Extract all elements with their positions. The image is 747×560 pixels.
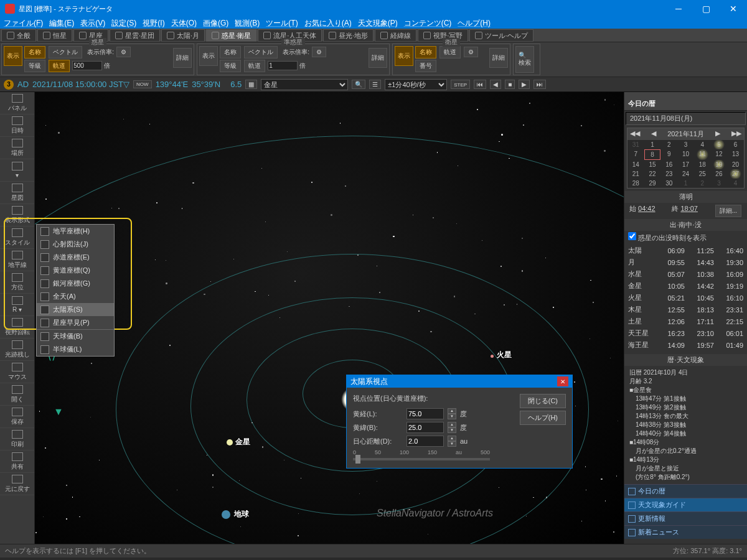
calendar-day[interactable]: 15: [644, 160, 661, 169]
object-select[interactable]: 金星: [261, 79, 348, 90]
menu-item[interactable]: 銀河座標(G): [37, 277, 114, 290]
dist-spinner[interactable]: ▲▼: [448, 436, 456, 447]
category-tab[interactable]: 恒星: [37, 29, 72, 42]
name-button[interactable]: 名称: [24, 46, 45, 58]
latitude[interactable]: 35°39'N: [192, 80, 220, 89]
left-tool[interactable]: 元に戻す: [0, 473, 34, 495]
lat-spinner[interactable]: ▲▼: [448, 422, 456, 433]
display-button[interactable]: 表示: [199, 46, 218, 66]
stop-button[interactable]: ■: [505, 80, 515, 89]
calendar-day[interactable]: 25: [694, 169, 711, 179]
rewind-button[interactable]: ◀: [490, 80, 501, 89]
vector-button[interactable]: ベクトル: [49, 46, 82, 58]
calendar-day[interactable]: 1: [677, 179, 694, 188]
menu-item[interactable]: ツール(T): [266, 18, 298, 29]
left-tool[interactable]: 光跡残し: [0, 338, 34, 361]
lat-input[interactable]: [406, 422, 444, 433]
cal-prev-year[interactable]: ◀◀: [630, 129, 640, 139]
category-tab[interactable]: 星雲·星団: [110, 29, 160, 42]
pan-marker[interactable]: ▼: [54, 406, 63, 418]
datetime[interactable]: 2021/11/08 15:00:00 JST▽: [32, 80, 129, 89]
search-button[interactable]: 🔍検索: [515, 46, 534, 73]
menu-item[interactable]: 赤道座標(E): [37, 251, 114, 264]
calendar-day[interactable]: 29: [644, 179, 661, 188]
calendar-day[interactable]: 4: [727, 179, 744, 188]
orbit-button[interactable]: 軌道: [439, 46, 461, 58]
left-tool[interactable]: スタイル: [0, 226, 34, 249]
menu-item[interactable]: ヘルプ(H): [458, 18, 491, 29]
now-button[interactable]: NOW: [133, 80, 152, 88]
sky-view[interactable]: 視野90.0 火星 水星 金星 地球 StellaNavigator / Ast…: [35, 92, 624, 544]
menu-item[interactable]: 半球儀(L): [37, 343, 114, 356]
lon-input[interactable]: [406, 408, 444, 419]
menu-item[interactable]: 地平座標(H): [37, 225, 114, 238]
mag-button[interactable]: 等級: [24, 60, 45, 72]
left-tool[interactable]: 視野回転: [0, 316, 34, 338]
left-tool[interactable]: 共有: [0, 450, 34, 473]
category-tab[interactable]: 昼光·地形: [323, 29, 374, 42]
dialog-close-action[interactable]: 閉じる(C): [520, 394, 566, 408]
calendar-day[interactable]: 17: [677, 160, 694, 169]
panel-link[interactable]: 天文現象ガイド: [624, 498, 747, 511]
menu-item[interactable]: 心射図法(J): [37, 238, 114, 251]
calendar-day[interactable]: 12: [711, 149, 728, 160]
calendar-day[interactable]: 23: [660, 169, 677, 179]
menu-item[interactable]: 天文現象(P): [358, 18, 398, 29]
fov-icon[interactable]: ▦: [245, 80, 257, 89]
num-button[interactable]: 番号: [415, 60, 436, 72]
panel-link[interactable]: 今日の暦: [624, 484, 747, 498]
left-tool[interactable]: 開く: [0, 383, 34, 406]
left-tool[interactable]: 地平線: [0, 249, 34, 271]
menu-item[interactable]: 太陽系(S): [37, 303, 114, 316]
gear-icon[interactable]: ⚙: [116, 47, 131, 57]
calendar-day[interactable]: 8: [644, 149, 661, 160]
calendar-day[interactable]: 26: [711, 169, 728, 179]
distance-slider[interactable]: [353, 458, 490, 460]
detail-button[interactable]: 詳細: [173, 48, 192, 68]
calendar-day[interactable]: 6: [727, 140, 744, 149]
display-button[interactable]: 表示: [4, 46, 22, 66]
search-icon[interactable]: 🔍: [352, 80, 365, 89]
close-button[interactable]: ✕: [720, 0, 747, 17]
left-tool[interactable]: R ▾: [0, 294, 34, 316]
calendar-day[interactable]: 16: [660, 160, 677, 169]
calendar-day[interactable]: 18: [694, 160, 711, 169]
ratio-input[interactable]: [268, 61, 298, 70]
display-button[interactable]: 表示: [395, 46, 413, 66]
twilight-start[interactable]: 04:42: [638, 205, 655, 212]
calendar-day[interactable]: 2: [694, 179, 711, 188]
menu-item[interactable]: コンテンツ(C): [404, 18, 452, 29]
menu-item[interactable]: 表示(V): [80, 18, 105, 29]
category-tab[interactable]: 全般: [1, 29, 36, 42]
left-tool[interactable]: 印刷: [0, 428, 34, 450]
detail-button[interactable]: 詳細: [489, 48, 508, 68]
calendar-day[interactable]: 5: [711, 140, 728, 149]
calendar-grid[interactable]: 3112345678910111213141516171819202122232…: [627, 140, 744, 188]
dialog-help-button[interactable]: ヘルプ(H): [520, 411, 566, 425]
twilight-detail-button[interactable]: 詳細...: [715, 205, 741, 217]
left-tool[interactable]: パネル: [0, 92, 34, 114]
calendar-day[interactable]: 22: [644, 169, 661, 179]
calendar-day[interactable]: 27: [727, 169, 744, 179]
menu-item[interactable]: ファイル(F): [4, 18, 43, 29]
calendar-day[interactable]: 19: [711, 160, 728, 169]
vector-button[interactable]: ベクトル: [244, 46, 278, 58]
menu-item[interactable]: 天体(O): [171, 18, 197, 29]
left-tool[interactable]: 方位: [0, 271, 34, 294]
cal-prev-month[interactable]: ◀: [651, 129, 656, 139]
preset-number[interactable]: 3: [4, 80, 14, 90]
detail-button[interactable]: 詳細: [369, 48, 387, 68]
left-tool[interactable]: 表示形式: [0, 204, 34, 226]
calendar-day[interactable]: 3: [677, 140, 694, 149]
step-select[interactable]: ±1分40秒/秒: [385, 79, 447, 90]
fov-value[interactable]: 6.5: [230, 80, 242, 89]
maximize-button[interactable]: ▢: [692, 0, 720, 17]
longitude[interactable]: 139°44'E: [156, 80, 189, 89]
calendar-day[interactable]: 13: [727, 149, 744, 160]
riseset-checkbox[interactable]: [628, 232, 636, 240]
menu-item[interactable]: 設定(S): [111, 18, 136, 29]
forward-fast-button[interactable]: ⏭: [533, 80, 546, 89]
category-tab[interactable]: 惑星·衛星: [206, 29, 256, 42]
list-icon[interactable]: ☰: [369, 80, 381, 89]
menu-item[interactable]: 観測(B): [235, 18, 260, 29]
